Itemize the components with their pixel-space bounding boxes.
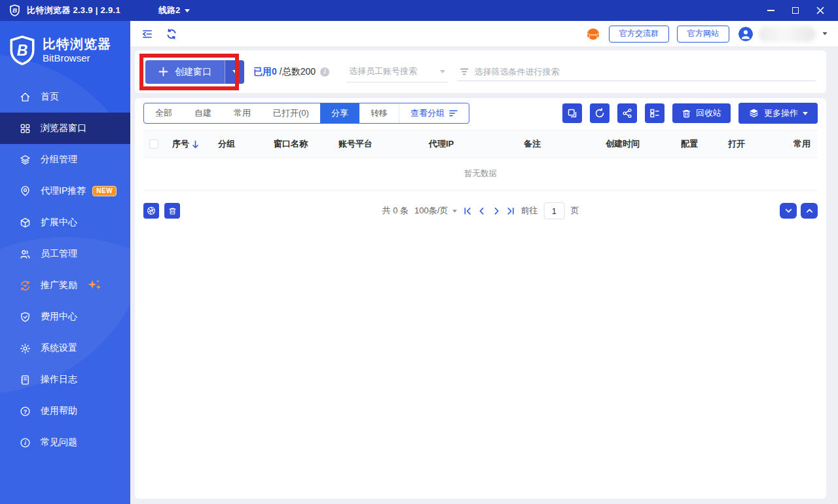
line-selector-label: 线路2 [158,5,180,16]
prev-page-button[interactable] [477,207,486,215]
first-page-button[interactable] [463,207,471,215]
sidebar-item-home[interactable]: 首页 [0,81,130,113]
aperture-settings-button[interactable] [143,203,159,219]
sidebar-item-browser-windows[interactable]: 浏览器窗口 [0,113,130,144]
refresh-list-button[interactable] [590,103,610,123]
filter-search-bar [457,63,816,81]
topbar: 官方交流群 官方网站 [130,21,838,47]
search-input[interactable] [474,67,813,77]
recycle-bin-button[interactable]: 回收站 [672,103,731,123]
aperture-icon [147,206,156,215]
gear-icon [20,343,31,354]
maximize-button[interactable] [791,6,800,15]
minimize-button[interactable] [766,6,775,15]
support-headset-icon[interactable] [585,26,601,42]
chevron-down-icon [440,70,445,73]
employee-select-placeholder: 选择员工账号搜索 [349,65,417,77]
line-selector-dropdown[interactable]: 线路2 [158,5,190,16]
sidebar-item-label: 代理IP推荐 [41,185,86,197]
user-avatar[interactable] [738,27,753,41]
column-header-window-name: 窗口名称 [274,138,338,150]
tab-view-groups[interactable]: 查看分组 [399,103,469,123]
sidebar-item-group-management[interactable]: 分组管理 [0,144,130,175]
sort-lines-icon [449,109,458,117]
sort-desc-arrow-icon[interactable] [192,140,199,149]
create-window-button[interactable]: 创建窗口 [145,60,225,84]
sidebar-item-label: 首页 [41,91,59,103]
brand-block: B 比特浏览器 BitBrowser [0,21,130,65]
official-website-button[interactable]: 官方网站 [677,26,729,43]
chevron-down-icon [185,9,190,12]
stacked-layers-icon [748,108,759,118]
column-header-open: 打开 [728,138,793,150]
svg-text:B: B [12,7,17,14]
page-unit-label: 页 [570,205,579,217]
toolbar-card: 创建窗口 已用0 /总数200 i 选择员工账号搜索 [135,50,826,93]
cube-icon [20,217,31,228]
sidebar-item-label: 推广奖励 [41,279,77,291]
sidebar-item-label: 操作日志 [41,374,77,386]
tab-frequent[interactable]: 常用 [223,103,262,123]
refresh-icon [594,108,605,118]
help-circle-icon: ? [20,406,31,417]
sidebar-item-extension-center[interactable]: 扩展中心 [0,207,130,238]
layout-list-button[interactable] [645,103,665,123]
official-community-button[interactable]: 官方交流群 [609,26,669,43]
sidebar-item-proxy-ip[interactable]: 代理IP推荐 NEW [0,175,130,207]
sidebar-item-employee-management[interactable]: 员工管理 [0,238,130,270]
create-window-dropdown[interactable] [225,60,244,84]
close-button[interactable] [816,6,825,15]
chevron-down-icon [803,112,808,115]
refresh-page-button[interactable] [166,28,177,40]
sidebar-item-billing-center[interactable]: 费用中心 [0,301,130,333]
page-size-select[interactable]: 100条/页 [414,205,457,217]
page-number-input[interactable] [543,202,564,219]
table-header: 序号 分组 窗口名称 账号平台 代理IP 备注 创建时间 配置 打开 常用 [143,130,818,158]
minimize-icon [767,10,774,11]
save-window-button[interactable] [562,103,582,123]
sidebar-item-faq[interactable]: i 常见问题 [0,427,130,458]
user-menu-chevron-icon[interactable] [822,32,827,35]
svg-text:?: ? [24,408,27,414]
page-size-label: 100条/页 [414,205,448,217]
tab-self-created[interactable]: 自建 [183,103,223,123]
pagination-bar: 共 0 条 100条/页 前往 页 [143,201,818,221]
more-actions-label: 更多操作 [764,107,798,119]
empty-state: 暂无数据 [143,158,818,190]
sidebar-item-system-settings[interactable]: 系统设置 [0,333,130,364]
new-badge: NEW [92,186,117,196]
copy-window-icon [567,108,577,118]
sync-icon [166,28,177,40]
window-usage: 已用0 /总数200 i [253,66,329,78]
view-groups-label: 查看分组 [410,103,445,123]
more-actions-button[interactable]: 更多操作 [738,103,818,124]
tab-all[interactable]: 全部 [144,103,183,123]
next-page-button[interactable] [492,207,500,215]
create-window-split-button[interactable]: 创建窗口 [145,60,244,84]
info-icon[interactable]: i [320,67,329,77]
svg-text:i: i [24,439,26,446]
column-header-platform: 账号平台 [338,138,429,150]
column-header-favorite: 常用 [793,138,818,150]
tab-transferred[interactable]: 转移 [359,103,399,123]
sidebar-item-promotion-rewards[interactable]: 推广奖励 [0,270,130,301]
select-all-checkbox[interactable] [149,139,158,149]
tab-opened[interactable]: 已打开(0) [262,103,320,123]
scroll-down-button[interactable] [780,203,797,219]
brand-name-en: BitBrowser [43,52,111,65]
employee-account-select[interactable]: 选择员工账号搜索 [346,61,448,82]
main-area: 官方交流群 官方网站 创建窗口 已用0 /总数200 [130,21,838,504]
tab-shared[interactable]: 分享 [320,103,359,123]
usage-used: 已用0 [253,66,277,78]
batch-delete-button[interactable] [164,203,180,219]
trash-icon [682,109,691,118]
window-table-card: 全部 自建 常用 已打开(0) 分享 转移 查看分组 [135,98,826,499]
collapse-sidebar-button[interactable] [141,27,154,41]
share-button[interactable] [617,103,637,123]
sidebar-item-help[interactable]: ? 使用帮助 [0,395,130,427]
last-page-button[interactable] [506,207,515,215]
location-pin-icon [20,186,31,197]
sidebar-item-operation-log[interactable]: 操作日志 [0,364,130,395]
scroll-up-button[interactable] [801,203,818,219]
column-header-config: 配置 [681,138,728,150]
